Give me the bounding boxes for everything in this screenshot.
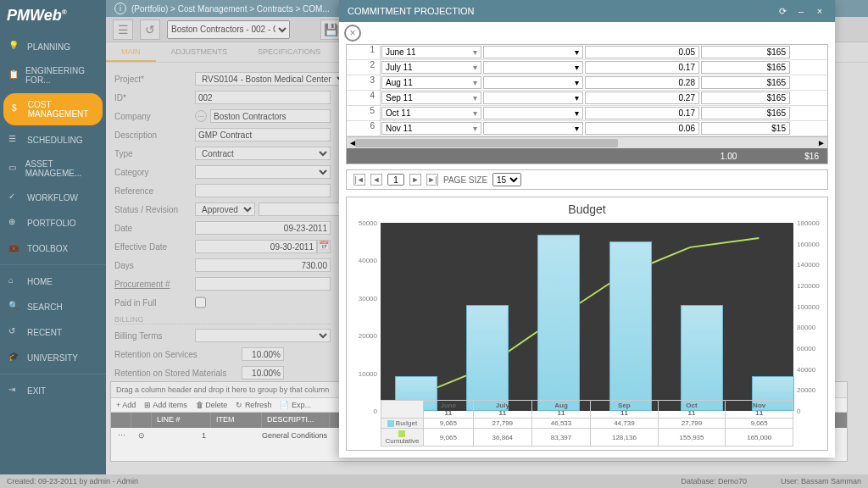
sidebar-item-scheduling[interactable]: ☰SCHEDULING (0, 127, 106, 152)
tablet-icon: ▭ (8, 163, 19, 175)
pager-size-select[interactable]: 15 (492, 173, 521, 186)
chart-plot-area (381, 223, 793, 411)
pager-page-input[interactable] (387, 174, 404, 186)
description-field[interactable] (195, 128, 331, 141)
calendar-icon[interactable]: 📅 (317, 240, 331, 253)
sidebar-item-home[interactable]: ⌂HOME (0, 269, 106, 294)
dollar-icon: $ (12, 103, 21, 115)
projection-row[interactable]: 2 July 11▾ ▾ 0.17 $165 (347, 60, 827, 75)
chart-y-axis-right: 0200004000060000800001000001200001400001… (795, 223, 826, 411)
sidebar-item-portfolio[interactable]: ⊕PORTFOLIO (0, 210, 106, 236)
tab-adjustments[interactable]: ADJUSTMENTS (156, 42, 243, 62)
grad-icon: 🎓 (8, 352, 20, 363)
chart-title: Budget (347, 197, 827, 221)
projection-total-row: 1.00$16 (347, 148, 827, 164)
status-bar: Created: 09-23-2011 by admin - Admin Dat… (0, 474, 868, 488)
breadcrumb: (Portfolio) > Cost Management > Contract… (131, 4, 330, 14)
sidebar-item-engineering[interactable]: 📋ENGINEERING FOR... (0, 59, 106, 92)
sidebar-item-cost-management[interactable]: $COST MANAGEMENT (3, 93, 103, 125)
modal-close-icon[interactable]: × (813, 4, 826, 18)
save-button[interactable]: 💾 (320, 19, 341, 40)
sidebar-item-university[interactable]: 🎓UNIVERSITY (0, 345, 106, 370)
billing-terms-field[interactable] (195, 329, 331, 342)
company-lookup-icon[interactable]: ⋯ (195, 110, 207, 122)
sidebar-item-planning[interactable]: 💡PLANNING (0, 34, 106, 59)
record-selector[interactable]: Boston Contractors - 002 - GMP Con (167, 20, 290, 39)
sidebar-item-exit[interactable]: ⇥EXIT (0, 378, 106, 403)
modal-minimize-icon[interactable]: – (794, 4, 808, 18)
project-field[interactable]: RVS0104 - Boston Medical Center (195, 72, 339, 86)
chart-bar (609, 241, 652, 411)
modal-close-circle-button[interactable]: × (344, 25, 361, 42)
revision-field[interactable] (259, 202, 339, 216)
pager-next-button[interactable]: ► (409, 174, 421, 186)
id-field[interactable] (195, 91, 331, 104)
pager-last-button[interactable]: ►| (426, 174, 438, 186)
sidebar-item-workflow[interactable]: ✓WORKFLOW (0, 185, 106, 210)
grid-refresh-button[interactable]: ↻ Refresh (236, 401, 271, 409)
retention-materials-field[interactable] (242, 366, 284, 380)
home-icon: ⌂ (8, 275, 20, 287)
modal-refresh-icon[interactable]: ⟳ (776, 4, 789, 18)
commitment-projection-modal: COMMITMENT PROJECTION ⟳ – × × 1 June 11▾… (339, 0, 835, 458)
projection-row[interactable]: 3 Aug 11▾ ▾ 0.28 $165 (347, 75, 827, 91)
sidebar-item-search[interactable]: 🔍SEARCH (0, 294, 106, 319)
clipboard-icon: 📋 (8, 69, 19, 81)
projection-row[interactable]: 6 Nov 11▾ ▾ 0.06 $15 (347, 121, 827, 136)
reference-field[interactable] (195, 184, 331, 197)
sidebar-item-toolbox[interactable]: 💼TOOLBOX (0, 236, 106, 261)
pager-prev-button[interactable]: ◄ (370, 174, 382, 186)
chart-bar (537, 235, 580, 411)
pager: |◄ ◄ ► ►| PAGE SIZE 15 (346, 169, 828, 190)
projection-row[interactable]: 5 Oct 11▾ ▾ 0.17 $165 (347, 106, 827, 121)
tab-main[interactable]: MAIN (106, 42, 156, 62)
lightbulb-icon: 💡 (8, 41, 20, 53)
sidebar-item-recent[interactable]: ↺RECENT (0, 319, 106, 345)
search-icon: 🔍 (8, 301, 20, 313)
modal-title: COMMITMENT PROJECTION (348, 6, 475, 16)
days-field[interactable] (195, 258, 331, 272)
company-field[interactable] (210, 109, 331, 123)
status-field[interactable]: Approved (195, 202, 255, 216)
globe-icon: ⊕ (8, 217, 20, 229)
effective-date-field[interactable] (195, 240, 317, 253)
procurement-field[interactable] (195, 277, 331, 291)
info-icon[interactable]: i (114, 3, 126, 14)
retention-services-field[interactable] (242, 347, 284, 361)
check-icon: ✓ (8, 191, 20, 203)
tab-specifications[interactable]: SPECIFICATIONS (242, 42, 336, 62)
sidebar-item-asset[interactable]: ▭ASSET MANAGEME... (0, 152, 106, 185)
grid-export-button[interactable]: 📄 Exp... (280, 401, 311, 409)
projection-row[interactable]: 4 Sep 11▾ ▾ 0.27 $165 (347, 91, 827, 106)
history-icon: ↺ (8, 326, 20, 338)
budget-chart: Budget 01000020000300004000050000 020000… (346, 197, 828, 451)
briefcase-icon: 💼 (8, 242, 20, 254)
app-logo: PMWeb® (0, 0, 106, 34)
modal-header: COMMITMENT PROJECTION ⟳ – × (339, 0, 835, 22)
chart-bar (681, 305, 723, 411)
list-icon: ☰ (8, 134, 20, 146)
paid-in-full-checkbox[interactable] (195, 296, 206, 309)
date-field[interactable] (195, 221, 331, 235)
category-field[interactable] (195, 165, 331, 179)
pager-first-button[interactable]: |◄ (353, 174, 365, 186)
grid-additems-button[interactable]: ⊞ Add Items (144, 401, 187, 409)
projection-table: 1 June 11▾ ▾ 0.05 $1652 July 11▾ ▾ 0.17 … (346, 44, 828, 164)
sidebar: PMWeb® 💡PLANNING 📋ENGINEERING FOR... $CO… (0, 0, 106, 488)
grid-delete-button[interactable]: 🗑 Delete (196, 401, 228, 409)
history-button[interactable]: ↺ (140, 19, 160, 40)
chart-y-axis-left: 01000020000300004000050000 (350, 223, 379, 411)
chart-bar (466, 305, 509, 411)
menu-button[interactable]: ☰ (113, 19, 133, 40)
grid-add-button[interactable]: + Add (116, 401, 136, 409)
exit-icon: ⇥ (8, 385, 20, 396)
chart-data-table: June11July11Aug11Sep11Oct11Nov11Budget9,… (381, 400, 793, 446)
type-field[interactable]: Contract (195, 147, 331, 160)
projection-row[interactable]: 1 June 11▾ ▾ 0.05 $165 (347, 45, 827, 60)
horizontal-scrollbar[interactable]: ◄► (347, 136, 827, 148)
